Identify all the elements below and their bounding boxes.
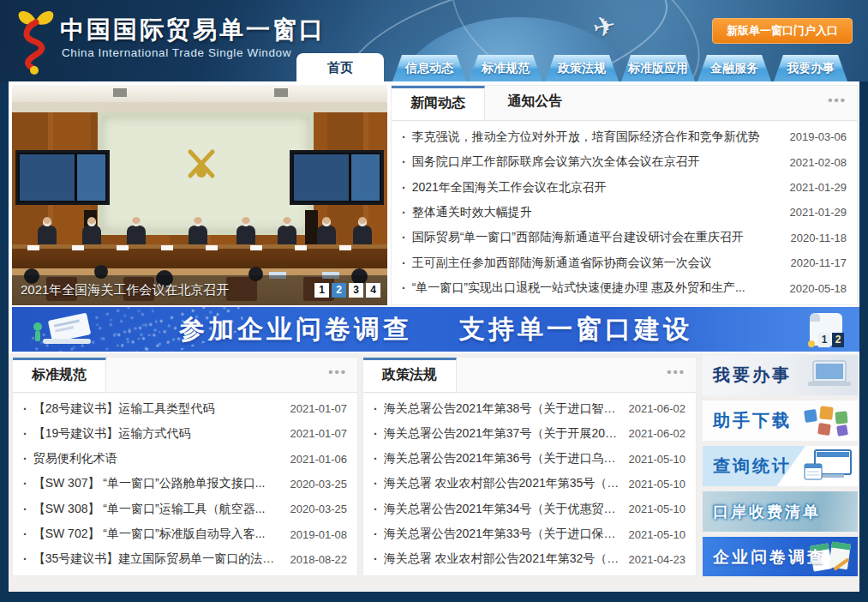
list-item-date: 2019-01-08: [290, 528, 348, 541]
news-item[interactable]: ·李克强说，推动全方位对外开放，培育国际经济合作和竞争新优势2019-03-06: [402, 124, 847, 149]
photo-person: [82, 226, 101, 244]
list-item[interactable]: ·【SW 702】 “单一窗口”标准版自动导入客...2019-01-08: [23, 521, 347, 546]
banner-text-left: 参加企业问卷调查: [179, 312, 412, 347]
bullet-icon: ·: [374, 552, 378, 566]
bullet-icon: ·: [374, 503, 378, 516]
tab-news-dynamics[interactable]: 新闻动态: [392, 86, 485, 120]
sidebar-banner-statistics[interactable]: 查询统计: [703, 446, 858, 486]
sidebar-banner-services[interactable]: 我要办事: [703, 355, 858, 395]
list-item[interactable]: ·海关总署公告2021年第34号（关于优惠贸易协...2021-05-10: [374, 497, 685, 521]
tab-policies[interactable]: 政策法规: [545, 55, 619, 81]
bullet-icon: ·: [374, 527, 378, 541]
list-item[interactable]: ·海关总署公告2021年第37号（关于开展2020年...2021-06-02: [374, 421, 685, 446]
bullet-icon: ·: [402, 256, 406, 270]
banner-page-2[interactable]: 2: [832, 333, 844, 347]
bullet-icon: ·: [402, 155, 406, 169]
tab-standards[interactable]: 标准规范: [469, 55, 542, 81]
tab-standard-apps[interactable]: 标准版应用: [621, 55, 695, 81]
list-item[interactable]: ·【28号建议书】运输工具类型代码2021-01-07: [23, 396, 347, 421]
sidebar-banner-port-fees[interactable]: 口岸收费清单: [703, 491, 858, 532]
photo-videowall-left: [15, 150, 110, 205]
news-item[interactable]: ·国务院口岸工作部际联席会议第六次全体会议在京召开2021-02-08: [402, 149, 847, 174]
bullet-icon: ·: [23, 427, 27, 441]
list-item[interactable]: ·贸易便利化术语2021-01-06: [23, 447, 347, 472]
more-dots-icon[interactable]: •••: [828, 93, 847, 107]
news-item[interactable]: ·2021年全国海关工作会议在北京召开2021-01-29: [402, 175, 847, 200]
list-item-title: 【SW 308】 “单一窗口”运输工具（航空器...: [33, 502, 282, 517]
carousel-caption-bar: 2021年全国海关工作会议在北京召开 1 2 3 4: [12, 275, 387, 305]
standards-panel-header: 标准规范 •••: [13, 358, 357, 393]
list-item[interactable]: ·【19号建议书】运输方式代码2021-01-07: [23, 421, 347, 446]
photo-person: [38, 226, 57, 244]
tab-finance[interactable]: 金融服务: [697, 55, 771, 81]
news-item-date: 2021-01-29: [790, 206, 847, 219]
list-item[interactable]: ·【SW 308】 “单一窗口”运输工具（航空器...2020-03-25: [23, 497, 347, 521]
sidebar-banner-survey[interactable]: 企业问卷调查: [703, 537, 858, 577]
list-item[interactable]: ·海关总署 农业农村部公告2021年第32号（关于...2021-04-23: [374, 547, 685, 572]
more-dots-icon[interactable]: •••: [667, 364, 685, 379]
list-item-title: 【SW 307】 “单一窗口”公路舱单报文接口...: [33, 476, 282, 491]
list-item-title: 【19号建议书】运输方式代码: [33, 426, 282, 442]
site-header: ✈ 中国国际贸易单一窗口 China International Trade S…: [0, 0, 868, 81]
list-item-date: 2021-06-02: [629, 427, 686, 440]
list-item-title: 海关总署 农业农村部公告2021年第32号（关于...: [384, 551, 620, 567]
list-item-date: 2021-01-07: [290, 402, 348, 415]
tab-policies-list[interactable]: 政策法规: [363, 358, 457, 392]
photo-layer: [12, 102, 387, 112]
carousel-page-2[interactable]: 2: [332, 283, 346, 298]
carousel-page-4[interactable]: 4: [366, 283, 380, 298]
news-panel-header: 新闻动态 通知公告 •••: [392, 86, 857, 121]
tab-standards-list[interactable]: 标准规范: [13, 358, 106, 392]
carousel-page-3[interactable]: 3: [349, 283, 363, 298]
news-item-date: 2021-02-08: [790, 156, 847, 169]
list-item-date: 2021-04-23: [629, 553, 686, 566]
list-item[interactable]: ·海关总署公告2021年第38号（关于进口智利马...2021-06-02: [374, 396, 685, 421]
news-item[interactable]: ·王可副主任参加西部陆海新通道省际协商会议第一次会议2020-11-17: [402, 250, 847, 275]
sidebar-banner-downloads[interactable]: 助手下载: [703, 400, 858, 441]
photo-layer: [305, 210, 318, 244]
list-item-date: 2020-03-25: [290, 478, 348, 491]
page: ✈ 中国国际贸易单一窗口 China International Trade S…: [0, 0, 868, 602]
list-item-date: 2021-01-07: [290, 427, 348, 440]
new-portal-entry-button[interactable]: 新版单一窗口门户入口: [712, 18, 853, 44]
survey-banner[interactable]: 参加企业问卷调查 支持单一窗口建设 1 2: [12, 307, 859, 352]
more-dots-icon[interactable]: •••: [328, 364, 347, 379]
monitor-calendar-icon: [799, 448, 854, 485]
news-item[interactable]: ·国际贸易“单一窗口”西部陆海新通道平台建设研讨会在重庆召开2020-11-18: [402, 226, 847, 250]
list-item[interactable]: ·海关总署 农业农村部公告2021年第35号（关于...2021-05-10: [374, 472, 685, 497]
news-item-title: 王可副主任参加西部陆海新通道省际协商会议第一次会议: [412, 256, 782, 271]
news-item-title: 整体通关时效大幅提升: [412, 205, 781, 220]
list-item-title: 海关总署公告2021年第33号（关于进口保加利...: [384, 527, 620, 542]
carousel-caption[interactable]: 2021年全国海关工作会议在北京召开: [12, 282, 314, 298]
content-area: 2021年全国海关工作会议在北京召开 1 2 3 4 新闻动态 通知公告 •••…: [9, 81, 859, 592]
list-item[interactable]: ·【35号建议书】建立国际贸易单一窗口的法律...2018-08-22: [23, 547, 347, 572]
list-item-date: 2021-05-10: [629, 453, 686, 466]
list-item[interactable]: ·海关总署公告2021年第33号（关于进口保加利...2021-05-10: [374, 521, 685, 546]
carousel-page-1[interactable]: 1: [314, 283, 329, 298]
list-item-title: 【35号建议书】建立国际贸易单一窗口的法律...: [33, 551, 282, 567]
photo-person: [278, 226, 296, 244]
photo-person: [189, 226, 207, 244]
list-item-title: 海关总署 农业农村部公告2021年第35号（关于...: [384, 476, 620, 491]
bullet-icon: ·: [402, 281, 406, 295]
bullet-icon: ·: [23, 503, 27, 516]
tab-services[interactable]: 我要办事: [774, 55, 847, 81]
news-item[interactable]: ·“单一窗口”实现出口退税一站式快速便捷办理 惠及外贸和生产...2020-05…: [402, 276, 847, 301]
photo-person: [317, 226, 336, 244]
list-item[interactable]: ·【SW 307】 “单一窗口”公路舱单报文接口...2020-03-25: [23, 472, 347, 497]
tab-notices[interactable]: 通知公告: [488, 86, 581, 117]
bullet-icon: ·: [23, 477, 27, 491]
banner-text-right: 支持单一窗口建设: [459, 312, 692, 347]
tab-info-news[interactable]: 信息动态: [392, 55, 466, 81]
photo-carousel[interactable]: 2021年全国海关工作会议在北京召开 1 2 3 4: [12, 85, 387, 305]
tab-home[interactable]: 首页: [296, 53, 384, 81]
list-item[interactable]: ·海关总署公告2021年第36号（关于进口乌兹别...2021-05-10: [374, 447, 685, 472]
list-item-title: 海关总署公告2021年第38号（关于进口智利马...: [384, 401, 620, 417]
news-list: ·李克强说，推动全方位对外开放，培育国际经济合作和竞争新优势2019-03-06…: [392, 121, 857, 304]
news-item-date: 2021-01-29: [790, 181, 847, 194]
sidebar-banner-label: 助手下载: [703, 409, 792, 432]
photo-layer: [27, 245, 372, 250]
banner-page-1[interactable]: 1: [818, 333, 830, 347]
news-item[interactable]: ·整体通关时效大幅提升2021-01-29: [402, 200, 847, 225]
sidebar-banner-label: 口岸收费清单: [703, 502, 821, 522]
